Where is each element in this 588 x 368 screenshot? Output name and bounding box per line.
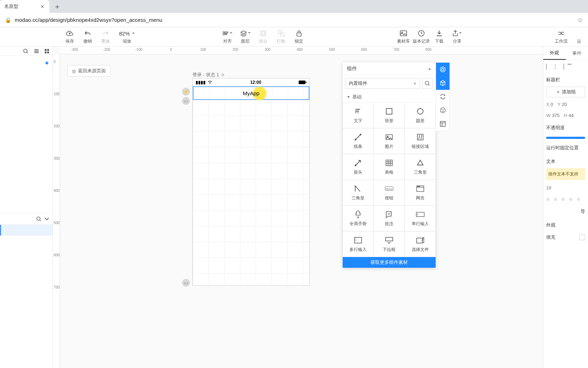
panel-tab-blocks-icon[interactable]	[436, 76, 450, 90]
browser-tab[interactable]: 名原型 ✕	[0, 0, 49, 13]
text-align-vert-icon[interactable]: ≡	[577, 196, 580, 203]
component-category-select[interactable]: 内置组件 ▼	[346, 78, 420, 89]
component-item[interactable]: 矩形	[374, 102, 405, 128]
component-label: 下拉框	[383, 247, 396, 253]
fill-label: 填充	[546, 234, 555, 241]
selected-layer-item[interactable]	[0, 225, 53, 236]
component-item[interactable]: 链接区域	[405, 128, 436, 154]
pages-list[interactable]	[0, 56, 53, 213]
align-button[interactable]: 对齐	[219, 27, 236, 47]
fill-toggle[interactable]	[579, 234, 585, 240]
panel-tab-template-icon[interactable]	[436, 117, 450, 131]
group-button[interactable]: 组合	[254, 27, 272, 47]
download-button[interactable]: 下载	[430, 27, 448, 47]
panel-tab-emoji-icon[interactable]	[436, 103, 450, 117]
component-label: 选择文件	[412, 247, 429, 253]
h-value[interactable]: 44	[569, 113, 574, 118]
device-body-grid[interactable]	[193, 100, 309, 286]
text-align-controls: ≡ ≡ ≡ ≡ ≡	[543, 194, 588, 205]
panel-tab-sync-icon[interactable]	[436, 90, 450, 103]
layer-button[interactable]: 图层	[236, 27, 254, 47]
align-right-icon[interactable]: ▕	[560, 64, 564, 69]
title-text[interactable]: MyApp	[243, 90, 260, 96]
component-label: 链接区域	[412, 144, 429, 150]
component-item[interactable]: 全局手势	[343, 205, 374, 231]
search-icon[interactable]	[23, 49, 28, 54]
title-bar-component[interactable]: MyApp	[193, 86, 309, 100]
component-item[interactable]: 批注	[374, 205, 405, 231]
opacity-slider[interactable]	[546, 137, 585, 139]
component-item[interactable]: 箭头	[343, 154, 374, 180]
zoom-control[interactable]: 82% 缩放	[114, 27, 139, 47]
text-align-center-icon[interactable]: ≡	[554, 196, 557, 203]
new-tab-button[interactable]: ＋	[49, 2, 65, 11]
workflow-button[interactable]: 工作流	[552, 27, 570, 47]
svg-point-37	[442, 68, 444, 71]
component-item[interactable]: 单行输入	[405, 205, 436, 231]
back-to-source-button[interactable]: ◎ 返回来源页面	[67, 65, 111, 77]
svg-rect-9	[45, 49, 46, 51]
tab-events[interactable]: 事件	[566, 47, 588, 60]
address-bar: 🔒 modao.cc/app/design/pbknope4xd2wsyx?op…	[0, 13, 588, 27]
component-item[interactable]: 线条	[343, 128, 374, 154]
component-item[interactable]: T文字	[343, 102, 374, 128]
component-item[interactable]: 网页	[405, 180, 436, 205]
bottom-badge-icon[interactable]: ▭	[182, 279, 190, 287]
close-tab-icon[interactable]: ✕	[40, 3, 45, 10]
artboard-title[interactable]: 登录 - 状态 1 ⚙	[192, 72, 225, 78]
component-item[interactable]: 下拉框	[374, 231, 405, 257]
component-item[interactable]: Button按钮	[374, 180, 405, 205]
component-item[interactable]: 表格	[374, 154, 405, 180]
component-item[interactable]: 三角形	[405, 154, 436, 180]
y-value[interactable]: 20	[562, 102, 567, 107]
component-item[interactable]: 三角形	[343, 180, 374, 205]
undo-button[interactable]: 撤销	[79, 27, 97, 47]
add-component-button[interactable]: ＋ 添加组	[546, 87, 585, 97]
svg-point-41	[444, 110, 444, 110]
grid-icon[interactable]	[45, 49, 49, 53]
gear-icon[interactable]: ⚙	[221, 73, 225, 77]
bookmark-star-icon[interactable]: ☆	[577, 16, 583, 24]
align-left-icon[interactable]: ▏	[546, 64, 550, 69]
text-align-left-icon[interactable]: ≡	[546, 196, 549, 203]
list-icon[interactable]	[34, 49, 39, 53]
chevron-down-icon[interactable]	[45, 218, 49, 221]
share-button[interactable]: 分享	[448, 27, 466, 47]
x-value[interactable]: 0	[550, 102, 553, 107]
svg-rect-35	[386, 237, 393, 241]
svg-rect-24	[417, 134, 423, 140]
text-align-justify-icon[interactable]: ≡	[569, 196, 572, 203]
panel-tab-components-icon[interactable]	[436, 63, 450, 76]
url-text[interactable]: modao.cc/app/design/pbknope4xd2wsyx?open…	[15, 17, 574, 23]
component-icon	[354, 159, 362, 167]
component-section-basic[interactable]: ▼ 基础	[343, 92, 436, 102]
font-size-value[interactable]: 18	[543, 181, 588, 194]
redo-button[interactable]: 重做	[97, 27, 114, 47]
ruler-h-mark: 300	[265, 48, 271, 52]
run-button[interactable]: 运	[570, 27, 588, 47]
w-value[interactable]: 375	[552, 113, 560, 118]
history-button[interactable]: 版本记录	[412, 27, 430, 47]
component-item[interactable]: 图片	[374, 128, 405, 154]
chevron-down-icon: ▼	[413, 82, 417, 86]
canvas[interactable]: ◎ 返回来源页面 登录 - 状态 1 ⚙ ▮▮▮▮ 12:00 MyApp	[60, 54, 543, 368]
chevron-right-icon[interactable]: ▸	[429, 66, 431, 72]
align-center-h-icon[interactable]: ╎	[554, 64, 557, 69]
ungroup-button[interactable]: 打散	[272, 27, 290, 47]
lightning-badge-icon[interactable]: ⚡	[182, 88, 190, 96]
component-item[interactable]: 选择文件	[405, 231, 436, 257]
component-search-button[interactable]	[422, 78, 433, 89]
note-badge-icon[interactable]: ▭	[182, 97, 190, 105]
tab-appearance[interactable]: 外观	[543, 47, 566, 60]
search-icon[interactable]	[36, 217, 41, 221]
align-top-icon[interactable]: ▔	[568, 64, 572, 69]
text-align-right-icon[interactable]: ≡	[562, 196, 565, 203]
component-icon	[354, 236, 362, 244]
section-titlebar-label: 标题栏	[543, 73, 588, 85]
assets-button[interactable]: 素材库	[395, 27, 412, 47]
get-more-components-button[interactable]: 获取更多组件素材	[343, 257, 436, 268]
component-item[interactable]: 圆形	[405, 102, 436, 128]
lock-button[interactable]: 锁定	[290, 27, 308, 47]
component-item[interactable]: 多行输入	[343, 231, 374, 257]
save-button[interactable]: 保存	[61, 27, 79, 47]
